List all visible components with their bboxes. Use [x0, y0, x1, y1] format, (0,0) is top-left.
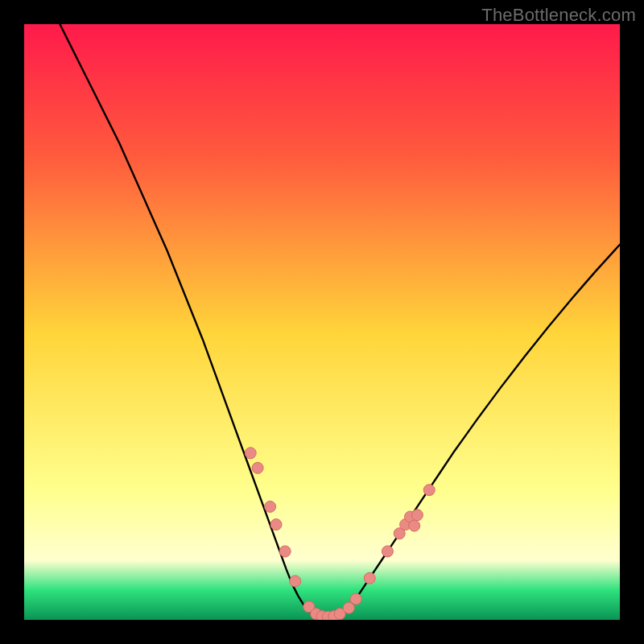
data-marker	[290, 576, 301, 587]
plot-area	[24, 24, 620, 620]
data-marker	[409, 520, 420, 531]
data-marker	[382, 546, 393, 557]
data-marker	[411, 510, 423, 521]
data-marker	[252, 462, 263, 473]
data-marker	[245, 448, 256, 459]
gradient-bg	[24, 24, 620, 620]
data-marker	[265, 501, 276, 512]
data-marker	[364, 572, 375, 584]
data-marker	[270, 519, 282, 530]
chart-svg	[24, 24, 620, 620]
chart-container: TheBottleneck.com	[0, 0, 644, 644]
data-marker	[350, 593, 361, 605]
data-marker	[423, 485, 435, 496]
data-marker	[279, 546, 291, 557]
watermark-text: TheBottleneck.com	[481, 5, 636, 26]
